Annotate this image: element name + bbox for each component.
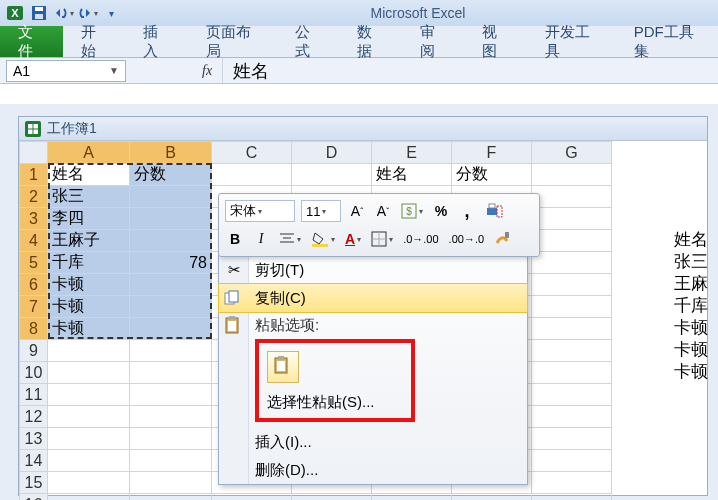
tab-data[interactable]: 数据 [339, 26, 402, 57]
col-header-c[interactable]: C [212, 142, 292, 164]
cell[interactable]: 卡顿 [48, 296, 130, 318]
col-header-e[interactable]: E [372, 142, 452, 164]
select-all-corner[interactable] [20, 142, 48, 164]
cell[interactable] [48, 362, 130, 384]
comma-icon[interactable]: , [457, 200, 477, 222]
decrease-font-icon[interactable]: Aˇ [373, 200, 393, 222]
row-header[interactable]: 13 [20, 428, 48, 450]
cell[interactable] [130, 450, 212, 472]
tab-home[interactable]: 开始 [63, 26, 126, 57]
row-header[interactable]: 16 [20, 494, 48, 501]
increase-font-icon[interactable]: Aˆ [347, 200, 367, 222]
cell[interactable] [48, 406, 130, 428]
col-header-f[interactable]: F [452, 142, 532, 164]
percent-icon[interactable]: % [431, 200, 451, 222]
cell[interactable] [130, 384, 212, 406]
font-color-icon[interactable]: A▾ [343, 228, 363, 250]
cell[interactable]: 姓名 [372, 164, 452, 186]
qat-customize-icon[interactable]: ▾ [100, 3, 122, 23]
accounting-format-icon[interactable]: $▾ [399, 200, 425, 222]
tab-view[interactable]: 视图 [464, 26, 527, 57]
menu-copy[interactable]: 复制(C) [219, 284, 527, 312]
cell[interactable]: 78 [130, 252, 212, 274]
cell[interactable] [452, 494, 532, 501]
row-header[interactable]: 10 [20, 362, 48, 384]
cell[interactable] [212, 494, 292, 501]
undo-icon[interactable]: ▾ [52, 3, 74, 23]
cell[interactable] [130, 186, 212, 208]
row-header[interactable]: 7 [20, 296, 48, 318]
cell[interactable] [532, 164, 612, 186]
cell[interactable] [48, 472, 130, 494]
tab-file[interactable]: 文件 [0, 26, 63, 57]
cell[interactable] [212, 164, 292, 186]
cell[interactable] [532, 252, 612, 274]
cell[interactable] [48, 494, 130, 501]
name-box-dropdown-icon[interactable]: ▼ [109, 65, 119, 76]
cell[interactable]: 卡顿 [48, 318, 130, 340]
cell[interactable] [532, 230, 612, 252]
cell[interactable]: 卡顿 [48, 274, 130, 296]
cell[interactable] [532, 296, 612, 318]
cell[interactable] [372, 494, 452, 501]
cell[interactable]: 张三 [48, 186, 130, 208]
italic-button[interactable]: I [251, 228, 271, 250]
font-name-select[interactable]: 宋体▾ [225, 200, 295, 222]
menu-insert[interactable]: 插入(I)... [219, 428, 527, 456]
excel-icon[interactable]: X [4, 3, 26, 23]
row-header[interactable]: 11 [20, 384, 48, 406]
tab-insert[interactable]: 插入 [125, 26, 188, 57]
font-size-select[interactable]: 11▾ [301, 200, 341, 222]
cell[interactable] [130, 296, 212, 318]
cell[interactable]: 姓名 [48, 164, 130, 186]
cell[interactable] [130, 472, 212, 494]
cell[interactable] [130, 428, 212, 450]
cell[interactable] [532, 450, 612, 472]
tab-pdf[interactable]: PDF工具集 [616, 26, 718, 57]
col-header-b[interactable]: B [130, 142, 212, 164]
align-center-icon[interactable]: ▾ [277, 228, 303, 250]
col-header-g[interactable]: G [532, 142, 612, 164]
tab-pagelayout[interactable]: 页面布局 [188, 26, 277, 57]
cell[interactable] [130, 208, 212, 230]
cell[interactable]: 王麻子 [48, 230, 130, 252]
cell[interactable] [292, 164, 372, 186]
menu-paste-special[interactable]: 选择性粘贴(S)... [267, 393, 403, 412]
cell[interactable] [532, 384, 612, 406]
row-header[interactable]: 1 [20, 164, 48, 186]
cell[interactable] [48, 384, 130, 406]
cell[interactable] [532, 274, 612, 296]
row-header[interactable]: 2 [20, 186, 48, 208]
paste-option-default[interactable] [267, 351, 299, 383]
cell[interactable] [48, 428, 130, 450]
row-header[interactable]: 14 [20, 450, 48, 472]
fill-color-icon[interactable]: ▾ [309, 228, 337, 250]
cell[interactable] [292, 494, 372, 501]
cell[interactable] [532, 318, 612, 340]
cell[interactable] [532, 186, 612, 208]
bold-button[interactable]: B [225, 228, 245, 250]
cell[interactable] [532, 362, 612, 384]
cell[interactable] [532, 472, 612, 494]
borders-icon[interactable]: ▾ [369, 228, 395, 250]
cell[interactable] [532, 208, 612, 230]
menu-delete[interactable]: 删除(D)... [219, 456, 527, 484]
row-header[interactable]: 15 [20, 472, 48, 494]
row-header[interactable]: 8 [20, 318, 48, 340]
cell[interactable] [130, 406, 212, 428]
name-box[interactable]: A1 ▼ [6, 60, 126, 82]
menu-cut[interactable]: ✂ 剪切(T) [219, 256, 527, 284]
redo-icon[interactable]: ▾ [76, 3, 98, 23]
increase-decimal-icon[interactable]: .0→.00 [401, 228, 440, 250]
row-header[interactable]: 9 [20, 340, 48, 362]
row-header[interactable]: 6 [20, 274, 48, 296]
cell[interactable] [130, 318, 212, 340]
row-header[interactable]: 5 [20, 252, 48, 274]
cell[interactable] [532, 494, 612, 501]
cell[interactable]: 李四 [48, 208, 130, 230]
cell[interactable] [532, 340, 612, 362]
decrease-decimal-icon[interactable]: .00→.0 [447, 228, 486, 250]
format-painter-icon[interactable] [483, 200, 505, 222]
cell[interactable] [532, 406, 612, 428]
row-header[interactable]: 12 [20, 406, 48, 428]
